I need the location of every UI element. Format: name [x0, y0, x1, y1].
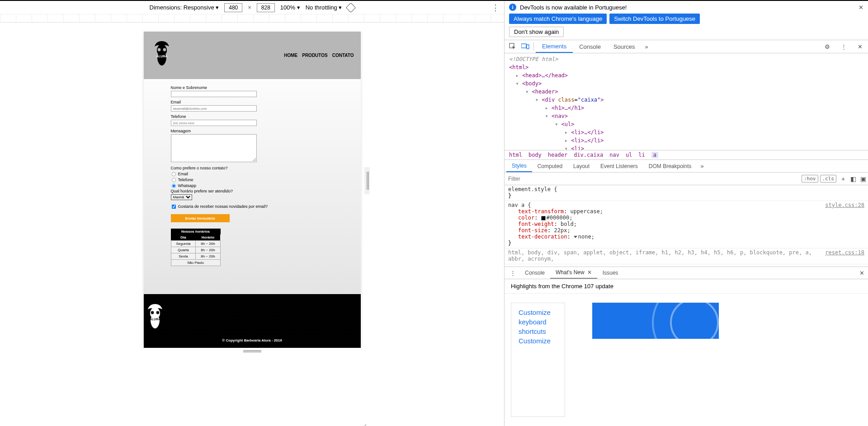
svg-point-2 — [163, 48, 166, 51]
label-msg: Mensagem — [171, 129, 334, 133]
input-email[interactable] — [171, 105, 257, 112]
svg-rect-9 — [521, 44, 526, 48]
close-icon[interactable]: ✕ — [859, 4, 863, 11]
link-customize2[interactable]: Customize — [519, 337, 557, 345]
dimensions-dropdown[interactable]: Dimensions: Responsive ▾ — [150, 4, 219, 11]
rotate-icon[interactable] — [346, 2, 356, 13]
color-swatch-icon[interactable] — [541, 216, 546, 220]
switch-lang-button[interactable]: Switch DevTools to Portuguese — [609, 14, 700, 24]
throttling-dropdown[interactable]: No throttling ▾ — [306, 4, 342, 11]
styles-overflow-icon[interactable]: » — [701, 163, 704, 169]
check-newsletter[interactable]: Gostaria de receber nossas novidades por… — [171, 204, 334, 210]
device-toggle-icon[interactable] — [519, 40, 532, 53]
tab-elements[interactable]: Elements — [536, 40, 573, 53]
expand-tri-icon[interactable] — [574, 236, 577, 238]
nav-contato[interactable]: CONTATO — [332, 53, 354, 58]
info-icon: i — [509, 4, 516, 11]
infobar-text: DevTools is now available in Portuguese! — [520, 4, 627, 11]
cls-toggle[interactable]: .cls — [820, 175, 837, 183]
breadcrumb[interactable]: html body header div.caixa nav ul li a — [505, 150, 868, 160]
toggle-common-icon[interactable]: ◧ — [848, 175, 858, 183]
table-row: Quarta8h ~ 20h — [171, 247, 220, 253]
svg-point-5 — [151, 311, 154, 314]
dtab-whatsnew[interactable]: What's New✕ — [550, 267, 597, 279]
dtab-console[interactable]: Console — [519, 267, 550, 279]
link-customize[interactable]: Customize — [519, 309, 557, 316]
whatsnew-links: Customize keyboard shortcuts Customize — [511, 303, 565, 417]
dtab-issues[interactable]: Issues — [597, 267, 624, 279]
tab-sources[interactable]: Sources — [607, 40, 642, 53]
link-keyboard[interactable]: keyboard — [519, 318, 557, 326]
stab-layout[interactable]: Layout — [568, 160, 595, 172]
whatsnew-heading: Highlights from the Chrome 107 update — [505, 279, 868, 294]
svg-point-1 — [157, 48, 161, 51]
svg-text:ALURA: ALURA — [149, 318, 160, 321]
radio-tel[interactable]: Telefone — [171, 177, 334, 183]
new-rule-icon[interactable]: + — [838, 175, 848, 183]
filter-input[interactable] — [505, 176, 802, 182]
always-match-button[interactable]: Always match Chrome's language — [509, 14, 607, 24]
table-row: Segunda8h ~ 20h — [171, 241, 220, 247]
radio-wa[interactable]: Whatsapp — [171, 183, 334, 189]
inspect-icon[interactable] — [506, 40, 519, 53]
stab-dom[interactable]: DOM Breakpoints — [643, 160, 697, 172]
nav-produtos[interactable]: PRODUTOS — [302, 53, 328, 58]
label-tel: Telefone — [171, 114, 334, 119]
th-hor: Horário — [196, 234, 220, 241]
gear-icon[interactable]: ⚙ — [821, 40, 834, 53]
page-header: ALURA HOME PRODUTOS CONTATO — [144, 32, 361, 79]
source-link[interactable]: reset.css:18 — [825, 249, 864, 262]
zoom-dropdown[interactable]: 100% ▾ — [280, 4, 300, 11]
hours-table: Nossos horários DiaHorário Segunda8h ~ 2… — [171, 229, 221, 266]
device-more-icon[interactable]: ⋮ — [491, 3, 500, 13]
hov-toggle[interactable]: :hov — [802, 175, 818, 183]
devtools-close-icon[interactable]: ✕ — [854, 40, 866, 53]
source-link[interactable]: style.css:28 — [825, 202, 864, 208]
rendered-page: ALURA HOME PRODUTOS CONTATO Nome e Sobre… — [144, 32, 361, 348]
table-row: São Paulo — [171, 260, 220, 266]
resize-handle-corner[interactable] — [359, 424, 366, 426]
page-footer: ALURA © Copyright Barbearia Alura - 2019 — [144, 294, 361, 348]
drawer-more-icon[interactable]: ⋮ — [506, 270, 519, 276]
input-tel[interactable] — [171, 120, 257, 126]
submit-button[interactable]: Enviar formulário — [171, 214, 230, 222]
infobar-buttons: Always match Chrome's language Switch De… — [505, 14, 868, 27]
more-v-icon[interactable]: ⋮ — [837, 40, 850, 53]
nav-home[interactable]: HOME — [284, 53, 297, 58]
tab-console[interactable]: Console — [573, 40, 607, 53]
stab-computed[interactable]: Computed — [532, 160, 568, 172]
footer-logo-icon: ALURA — [144, 303, 361, 334]
input-nome[interactable] — [171, 91, 257, 97]
select-horario[interactable]: Manhã — [171, 194, 192, 200]
computed-toggle-icon[interactable]: ▣ — [858, 175, 868, 183]
copyright-text: © Copyright Barbearia Alura - 2019 — [144, 338, 361, 342]
input-msg[interactable] — [171, 134, 257, 162]
ruler-horizontal — [0, 14, 504, 23]
resize-handle-bottom[interactable] — [144, 348, 361, 353]
devtools-panel: i DevTools is now available in Portugues… — [505, 1, 868, 426]
height-input[interactable] — [257, 3, 275, 12]
drawer-close-icon[interactable]: ✕ — [859, 270, 864, 276]
link-shortcuts[interactable]: shortcuts — [519, 328, 557, 335]
stab-styles[interactable]: Styles — [506, 160, 532, 172]
elements-tree[interactable]: <!DOCTYPE html> <html> ▸ <head>…</head> … — [505, 53, 868, 150]
svg-rect-10 — [527, 45, 529, 49]
svg-text:ALURA: ALURA — [156, 55, 167, 58]
stab-event[interactable]: Event Listeners — [595, 160, 643, 172]
width-input[interactable] — [224, 3, 242, 12]
drawer-tabs: ⋮ Console What's New✕ Issues ✕ — [505, 267, 868, 279]
device-toolbar: Dimensions: Responsive ▾ × 100% ▾ No thr… — [0, 1, 504, 14]
whatsnew-body: Customize keyboard shortcuts Customize — [505, 294, 868, 426]
tabs-overflow-icon[interactable]: » — [642, 43, 652, 50]
styles-filter-row: :hov .cls + ◧ ▣ — [505, 173, 868, 185]
radio-email[interactable]: Email — [171, 171, 334, 177]
infobar: i DevTools is now available in Portugues… — [505, 1, 868, 14]
close-icon[interactable]: ✕ — [587, 269, 592, 276]
main-tabbar: Elements Console Sources » ⚙ ⋮ ✕ — [505, 40, 868, 53]
promo-image — [592, 303, 719, 339]
styles-body[interactable]: element.style { } nav a {style.css:28 te… — [505, 185, 868, 267]
page-body: Nome e Sobrenome Email Telefone Men — [144, 79, 361, 294]
legend-pref: Como prefere o nosso contato? — [171, 166, 334, 170]
resize-handle-right[interactable] — [364, 167, 370, 194]
dont-show-button[interactable]: Don't show again — [509, 27, 564, 37]
